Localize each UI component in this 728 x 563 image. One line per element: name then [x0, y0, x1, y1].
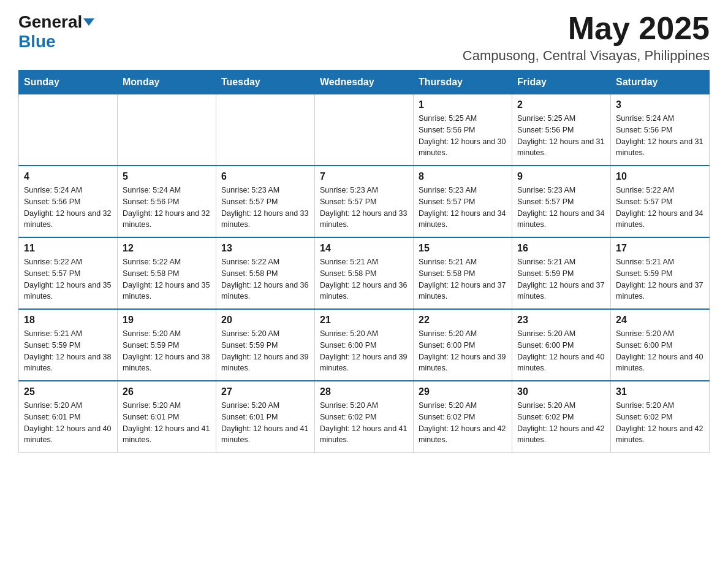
day-info: Sunrise: 5:20 AM Sunset: 6:01 PM Dayligh…: [123, 400, 211, 446]
calendar-cell: 14Sunrise: 5:21 AM Sunset: 5:58 PM Dayli…: [315, 237, 414, 309]
day-number: 8: [419, 171, 507, 182]
day-number: 19: [123, 315, 211, 326]
calendar-week-row: 11Sunrise: 5:22 AM Sunset: 5:57 PM Dayli…: [19, 237, 710, 309]
logo-triangle-icon: [83, 18, 94, 26]
day-info: Sunrise: 5:23 AM Sunset: 5:57 PM Dayligh…: [320, 185, 408, 231]
calendar-cell: 3Sunrise: 5:24 AM Sunset: 5:56 PM Daylig…: [611, 94, 710, 166]
day-number: 1: [419, 99, 507, 110]
day-info: Sunrise: 5:20 AM Sunset: 6:00 PM Dayligh…: [320, 328, 408, 374]
weekday-header-friday: Friday: [512, 71, 611, 94]
calendar-header-row: SundayMondayTuesdayWednesdayThursdayFrid…: [19, 71, 710, 94]
day-info: Sunrise: 5:24 AM Sunset: 5:56 PM Dayligh…: [24, 185, 112, 231]
weekday-header-tuesday: Tuesday: [216, 71, 315, 94]
day-info: Sunrise: 5:21 AM Sunset: 5:58 PM Dayligh…: [419, 256, 507, 302]
day-info: Sunrise: 5:20 AM Sunset: 6:01 PM Dayligh…: [24, 400, 112, 446]
calendar-week-row: 4Sunrise: 5:24 AM Sunset: 5:56 PM Daylig…: [19, 166, 710, 237]
day-number: 11: [24, 243, 112, 254]
day-info: Sunrise: 5:23 AM Sunset: 5:57 PM Dayligh…: [419, 185, 507, 231]
calendar-cell: 29Sunrise: 5:20 AM Sunset: 6:02 PM Dayli…: [414, 381, 512, 453]
day-info: Sunrise: 5:22 AM Sunset: 5:57 PM Dayligh…: [616, 185, 704, 231]
day-number: 27: [221, 386, 309, 397]
calendar-week-row: 18Sunrise: 5:21 AM Sunset: 5:59 PM Dayli…: [19, 309, 710, 381]
logo-blue: Blue: [18, 32, 56, 51]
day-number: 25: [24, 386, 112, 397]
day-info: Sunrise: 5:21 AM Sunset: 5:59 PM Dayligh…: [517, 256, 605, 302]
calendar-cell: 7Sunrise: 5:23 AM Sunset: 5:57 PM Daylig…: [315, 166, 414, 237]
title-block: May 2025 Campusong, Central Visayas, Phi…: [463, 12, 710, 64]
calendar-cell: 27Sunrise: 5:20 AM Sunset: 6:01 PM Dayli…: [216, 381, 315, 453]
day-info: Sunrise: 5:20 AM Sunset: 6:02 PM Dayligh…: [320, 400, 408, 446]
calendar-cell: 12Sunrise: 5:22 AM Sunset: 5:58 PM Dayli…: [118, 237, 216, 309]
calendar-cell: 15Sunrise: 5:21 AM Sunset: 5:58 PM Dayli…: [414, 237, 512, 309]
calendar-week-row: 25Sunrise: 5:20 AM Sunset: 6:01 PM Dayli…: [19, 381, 710, 453]
day-info: Sunrise: 5:20 AM Sunset: 6:00 PM Dayligh…: [517, 328, 605, 374]
day-info: Sunrise: 5:20 AM Sunset: 6:02 PM Dayligh…: [517, 400, 605, 446]
calendar-cell: 30Sunrise: 5:20 AM Sunset: 6:02 PM Dayli…: [512, 381, 611, 453]
day-number: 2: [517, 99, 605, 110]
day-number: 14: [320, 243, 408, 254]
calendar-cell: 25Sunrise: 5:20 AM Sunset: 6:01 PM Dayli…: [19, 381, 118, 453]
calendar-cell: 10Sunrise: 5:22 AM Sunset: 5:57 PM Dayli…: [611, 166, 710, 237]
weekday-header-wednesday: Wednesday: [315, 71, 414, 94]
calendar-cell: 8Sunrise: 5:23 AM Sunset: 5:57 PM Daylig…: [414, 166, 512, 237]
day-info: Sunrise: 5:22 AM Sunset: 5:58 PM Dayligh…: [221, 256, 309, 302]
calendar-cell: 13Sunrise: 5:22 AM Sunset: 5:58 PM Dayli…: [216, 237, 315, 309]
calendar-table: SundayMondayTuesdayWednesdayThursdayFrid…: [18, 70, 710, 453]
day-number: 28: [320, 386, 408, 397]
calendar-cell: 23Sunrise: 5:20 AM Sunset: 6:00 PM Dayli…: [512, 309, 611, 381]
day-info: Sunrise: 5:21 AM Sunset: 5:59 PM Dayligh…: [24, 328, 112, 374]
calendar-cell: 17Sunrise: 5:21 AM Sunset: 5:59 PM Dayli…: [611, 237, 710, 309]
calendar-cell: 26Sunrise: 5:20 AM Sunset: 6:01 PM Dayli…: [118, 381, 216, 453]
day-info: Sunrise: 5:20 AM Sunset: 6:02 PM Dayligh…: [616, 400, 704, 446]
calendar-cell: 11Sunrise: 5:22 AM Sunset: 5:57 PM Dayli…: [19, 237, 118, 309]
day-info: Sunrise: 5:20 AM Sunset: 6:01 PM Dayligh…: [221, 400, 309, 446]
day-number: 7: [320, 171, 408, 182]
day-info: Sunrise: 5:22 AM Sunset: 5:58 PM Dayligh…: [123, 256, 211, 302]
day-number: 17: [616, 243, 704, 254]
day-info: Sunrise: 5:25 AM Sunset: 5:56 PM Dayligh…: [419, 113, 507, 159]
calendar-cell: 2Sunrise: 5:25 AM Sunset: 5:56 PM Daylig…: [512, 94, 611, 166]
day-number: 12: [123, 243, 211, 254]
calendar-week-row: 1Sunrise: 5:25 AM Sunset: 5:56 PM Daylig…: [19, 94, 710, 166]
day-number: 29: [419, 386, 507, 397]
day-number: 20: [221, 315, 309, 326]
calendar-cell: 16Sunrise: 5:21 AM Sunset: 5:59 PM Dayli…: [512, 237, 611, 309]
calendar-cell: 31Sunrise: 5:20 AM Sunset: 6:02 PM Dayli…: [611, 381, 710, 453]
day-info: Sunrise: 5:25 AM Sunset: 5:56 PM Dayligh…: [517, 113, 605, 159]
day-info: Sunrise: 5:21 AM Sunset: 5:59 PM Dayligh…: [616, 256, 704, 302]
day-number: 10: [616, 171, 704, 182]
logo-general: General: [18, 12, 82, 32]
day-number: 9: [517, 171, 605, 182]
day-number: 24: [616, 315, 704, 326]
calendar-cell: 9Sunrise: 5:23 AM Sunset: 5:57 PM Daylig…: [512, 166, 611, 237]
calendar-cell: 22Sunrise: 5:20 AM Sunset: 6:00 PM Dayli…: [414, 309, 512, 381]
weekday-header-monday: Monday: [118, 71, 216, 94]
day-info: Sunrise: 5:21 AM Sunset: 5:58 PM Dayligh…: [320, 256, 408, 302]
calendar-cell: 18Sunrise: 5:21 AM Sunset: 5:59 PM Dayli…: [19, 309, 118, 381]
calendar-cell: 6Sunrise: 5:23 AM Sunset: 5:57 PM Daylig…: [216, 166, 315, 237]
day-info: Sunrise: 5:22 AM Sunset: 5:57 PM Dayligh…: [24, 256, 112, 302]
calendar-cell: 21Sunrise: 5:20 AM Sunset: 6:00 PM Dayli…: [315, 309, 414, 381]
day-number: 18: [24, 315, 112, 326]
day-info: Sunrise: 5:23 AM Sunset: 5:57 PM Dayligh…: [221, 185, 309, 231]
calendar-cell: 20Sunrise: 5:20 AM Sunset: 5:59 PM Dayli…: [216, 309, 315, 381]
calendar-cell: [19, 94, 118, 166]
day-number: 5: [123, 171, 211, 182]
day-info: Sunrise: 5:20 AM Sunset: 6:02 PM Dayligh…: [419, 400, 507, 446]
weekday-header-sunday: Sunday: [19, 71, 118, 94]
month-year-title: May 2025: [463, 12, 710, 44]
calendar-cell: 1Sunrise: 5:25 AM Sunset: 5:56 PM Daylig…: [414, 94, 512, 166]
day-number: 3: [616, 99, 704, 110]
day-info: Sunrise: 5:20 AM Sunset: 6:00 PM Dayligh…: [616, 328, 704, 374]
day-number: 4: [24, 171, 112, 182]
day-number: 13: [221, 243, 309, 254]
day-info: Sunrise: 5:20 AM Sunset: 6:00 PM Dayligh…: [419, 328, 507, 374]
calendar-cell: 19Sunrise: 5:20 AM Sunset: 5:59 PM Dayli…: [118, 309, 216, 381]
logo: General Blue: [18, 12, 94, 52]
day-info: Sunrise: 5:24 AM Sunset: 5:56 PM Dayligh…: [123, 185, 211, 231]
day-number: 23: [517, 315, 605, 326]
day-info: Sunrise: 5:20 AM Sunset: 5:59 PM Dayligh…: [123, 328, 211, 374]
calendar-cell: [216, 94, 315, 166]
day-number: 26: [123, 386, 211, 397]
calendar-cell: 5Sunrise: 5:24 AM Sunset: 5:56 PM Daylig…: [118, 166, 216, 237]
